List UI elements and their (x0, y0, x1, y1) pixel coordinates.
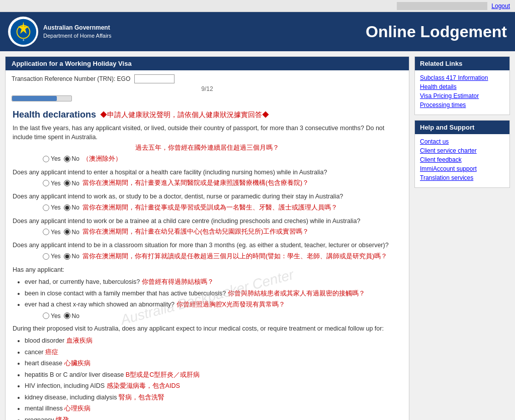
q5-no-label[interactable]: No (64, 253, 79, 260)
logo-area: ⚜ Australian Government Department of Ho… (8, 17, 112, 47)
q6-yes-label[interactable]: Yes (43, 312, 61, 320)
q2-no-label[interactable]: No (64, 180, 79, 187)
health-subtitle: ◆申請人健康狀況聲明，請依個人健康狀況據實回答◆ (100, 111, 269, 120)
help-support-header: Help and Support (415, 121, 509, 134)
condition-cancer: cancer 癌症 (25, 347, 402, 358)
q1-radios: Yes No （澳洲除外） (43, 155, 402, 163)
help-support-content: Contact us Client service charter Client… (415, 134, 509, 187)
processing-link[interactable]: Processing times (420, 101, 504, 109)
question-4: Does any applicant intend to work or be … (13, 217, 402, 237)
q4-yes-label[interactable]: Yes (43, 229, 61, 236)
question-5: Does any applicant intend to be in a cla… (13, 241, 402, 261)
trn-label: Transaction Reference Number (TRN): EGO (12, 75, 130, 82)
q3-zh: 當你在澳洲期間，有計畫從事或是學習或受訓成為一名醫生、牙醫、護士或護理人員嗎？ (82, 203, 337, 212)
client-feedback-link[interactable]: Client feedback (420, 156, 504, 163)
q2-yes[interactable] (43, 180, 49, 186)
conditions-list: blood disorder 血液疾病 cancer 癌症 heart dise… (25, 335, 402, 420)
condition-heart: heart disease 心臟疾病 (25, 358, 402, 369)
related-links-header: Related Links (415, 57, 509, 70)
content-body: Australia Backpacker Center Health decla… (6, 106, 409, 420)
condition-kidney: kidney disease, including dialysis 腎病，包含… (25, 392, 402, 403)
bullet-3: ever had a chest x-ray which showed an a… (25, 299, 402, 310)
progress-track (12, 95, 72, 101)
content-area: Application for a Working Holiday Visa T… (5, 56, 409, 420)
trn-value (134, 74, 175, 83)
condition-mental: mental illness 心理疾病 (25, 403, 402, 414)
q2-yes-label[interactable]: Yes (43, 180, 61, 187)
subclass-link[interactable]: Subclass 417 Information (420, 74, 504, 81)
question-7: During their proposed visit to Australia… (13, 325, 402, 421)
q1-yes[interactable] (43, 156, 49, 162)
condition-hepatitis: hepatitis B or C and/or liver disease B型… (25, 369, 402, 381)
q5-yes-label[interactable]: Yes (43, 253, 61, 260)
q1-no-label[interactable]: No (64, 155, 79, 162)
q6-radios: Yes No (43, 312, 402, 320)
q4-no-label[interactable]: No (64, 229, 79, 236)
page-indicator: 9/12 (6, 85, 409, 93)
q6-no[interactable] (64, 312, 70, 319)
contact-link[interactable]: Contact us (420, 138, 504, 145)
related-links-box: Related Links Subclass 417 Information H… (414, 56, 510, 115)
top-bar: Logout (0, 0, 515, 12)
help-support-box: Help and Support Contact us Client servi… (414, 120, 510, 188)
condition-hiv: HIV infection, including AIDS 感染愛滋病毒，包含A… (25, 380, 402, 392)
q4-zh: 當你在澳洲期間，有計畫在幼兒看護中心(包含幼兒園跟托兒所)工作或實習嗎？ (82, 228, 309, 236)
q3-radios: Yes No 當你在澳洲期間，有計畫從事或是學習或受訓成為一名醫生、牙醫、護士或… (43, 203, 402, 212)
gov-logo: ⚜ (8, 17, 38, 47)
q3-yes-label[interactable]: Yes (43, 204, 61, 211)
translation-link[interactable]: Translation services (420, 174, 504, 181)
q2-radios: Yes No 當你在澳洲期間，有計畫要進入某間醫院或是健康照護醫療機構(包含療養… (43, 179, 402, 187)
top-bar-spacer (397, 2, 487, 10)
sidebar: Related Links Subclass 417 Information H… (414, 56, 510, 420)
site-header: ⚜ Australian Government Department of Ho… (0, 12, 515, 51)
question-3: Does any applicant intend to work as, or… (13, 192, 402, 212)
tuberculosis-list: ever had, or currently have, tuberculosi… (25, 276, 402, 310)
pricing-link[interactable]: Visa Pricing Estimator (420, 92, 504, 99)
service-charter-link[interactable]: Client service charter (420, 147, 504, 154)
q4-radios: Yes No 當你在澳洲期間，有計畫在幼兒看護中心(包含幼兒園跟托兒所)工作或實… (43, 228, 402, 236)
svg-text:⚜: ⚜ (22, 38, 25, 41)
q1-no[interactable] (64, 156, 70, 162)
q5-yes[interactable] (43, 253, 49, 260)
main-container: Application for a Working Holiday Visa T… (0, 51, 515, 420)
health-link[interactable]: Health details (420, 83, 504, 90)
q2-zh: 當你在澳洲期間，有計畫要進入某間醫院或是健康照護醫療機構(包含療養院)？ (82, 179, 309, 187)
condition-blood: blood disorder 血液疾病 (25, 335, 402, 347)
q1-yes-label[interactable]: Yes (43, 155, 61, 162)
q1-sub: （澳洲除外） (82, 155, 122, 163)
q2-no[interactable] (64, 180, 70, 186)
has-applicant-label: Has any applicant: (13, 266, 402, 275)
question-bullets: Has any applicant: ever had, or currentl… (13, 266, 402, 320)
q5-no[interactable] (64, 253, 70, 260)
question-2: Does any applicant intend to enter a hos… (13, 168, 402, 188)
q6-yes[interactable] (43, 312, 49, 319)
q3-yes[interactable] (43, 204, 49, 211)
site-title: Online Lodgement (366, 23, 507, 41)
q5-zh: 當你在澳洲期間，你有打算就讀或是任教超過三個月以上的時間(譬如：學生、老師、講師… (82, 252, 387, 261)
immiaccount-link[interactable]: ImmiAccount support (420, 165, 504, 172)
question-1: In the last five years, has any applican… (13, 124, 402, 163)
app-header: Application for a Working Holiday Visa (6, 57, 409, 70)
related-links-content: Subclass 417 Information Health details … (415, 70, 509, 115)
logout-link[interactable]: Logout (491, 3, 510, 10)
progress-fill (12, 96, 57, 101)
q3-no[interactable] (64, 204, 70, 211)
trn-row: Transaction Reference Number (TRN): EGO (6, 70, 409, 85)
q4-no[interactable] (64, 229, 70, 235)
q4-yes[interactable] (43, 229, 49, 235)
gov-text: Australian Government Department of Home… (43, 24, 112, 40)
health-title: Health declarations ◆申請人健康狀況聲明，請依個人健康狀況據… (13, 110, 402, 120)
progress-container (6, 93, 409, 106)
bullet-1: ever had, or currently have, tuberculosi… (25, 276, 402, 288)
q6-no-label[interactable]: No (64, 312, 79, 320)
q5-radios: Yes No 當你在澳洲期間，你有打算就讀或是任教超過三個月以上的時間(譬如：學… (43, 252, 402, 261)
bullet-2: been in close contact with a family memb… (25, 288, 402, 299)
condition-pregnancy: pregnancy 懷孕 (25, 414, 402, 421)
q3-no-label[interactable]: No (64, 204, 79, 211)
